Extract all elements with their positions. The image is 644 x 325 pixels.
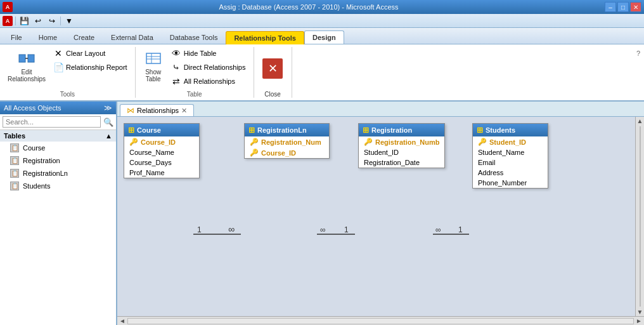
table-icon-students: 📋 bbox=[10, 182, 19, 190]
course-field-id: 🔑 Course_ID bbox=[124, 136, 199, 147]
search-input[interactable] bbox=[3, 116, 101, 128]
students-field-address-text: Address bbox=[478, 169, 503, 176]
table-content: ShowTable 👁 Hide Table ⤷ Direct Relation… bbox=[141, 47, 248, 90]
ribbon-group-tools: EditRelationships ✕ Clear Layout 📄 Relat… bbox=[0, 47, 136, 98]
svg-rect-3 bbox=[146, 53, 160, 63]
scroll-down-button[interactable]: ▼ bbox=[636, 308, 644, 316]
dropdown-qa-button[interactable]: ▼ bbox=[63, 15, 75, 27]
ribbon-group-table: ShowTable 👁 Hide Table ⤷ Direct Relation… bbox=[136, 47, 254, 98]
clear-layout-icon: ✕ bbox=[53, 48, 63, 58]
save-qa-button[interactable]: 💾 bbox=[18, 15, 30, 27]
help-area: ? bbox=[633, 47, 644, 98]
relationship-report-label: Relationship Report bbox=[66, 63, 127, 71]
reg-field-studentid: Student_ID bbox=[359, 147, 444, 157]
close-relationships-button[interactable]: ✕ bbox=[262, 58, 283, 79]
course-field-days-text: Course_Days bbox=[129, 159, 172, 166]
scroll-v-track[interactable] bbox=[640, 126, 641, 307]
redo-qa-button[interactable]: ↪ bbox=[46, 15, 58, 27]
all-relationships-button[interactable]: ⇄ All Relationships bbox=[169, 75, 248, 88]
tab-database-tools[interactable]: Database Tools bbox=[162, 30, 226, 44]
table-item-course[interactable]: 📋 Course bbox=[0, 142, 116, 154]
ribbon: EditRelationships ✕ Clear Layout 📄 Relat… bbox=[0, 44, 644, 102]
tables-collapse-icon: ▲ bbox=[105, 132, 112, 140]
tab-home[interactable]: Home bbox=[30, 30, 65, 44]
hide-table-button[interactable]: 👁 Hide Table bbox=[169, 47, 248, 60]
tools-group-label: Tools bbox=[60, 91, 75, 98]
help-button[interactable]: ? bbox=[636, 50, 640, 57]
relationship-report-icon: 📄 bbox=[53, 62, 63, 72]
table-item-registration[interactable]: 📋 Registration bbox=[0, 154, 116, 167]
tab-relationship-tools[interactable]: Relationship Tools bbox=[226, 31, 304, 44]
students-table-box: ⊞ Students 🔑 Student_ID Student_Name Ema… bbox=[472, 123, 548, 189]
clear-layout-button[interactable]: ✕ Clear Layout bbox=[51, 47, 130, 60]
show-table-button[interactable]: ShowTable bbox=[141, 47, 166, 84]
scroll-right-button[interactable]: ► bbox=[635, 317, 643, 325]
tab-external-data[interactable]: External Data bbox=[103, 30, 162, 44]
table-item-registrationln[interactable]: 📋 RegistrationLn bbox=[0, 167, 116, 180]
maximize-button[interactable]: □ bbox=[617, 2, 629, 12]
course-field-name: Course_Name bbox=[124, 147, 199, 157]
students-field-phone-text: Phone_Number bbox=[478, 179, 527, 187]
window-title: Assig : Database (Access 2007 - 2010) - … bbox=[13, 3, 605, 11]
relationships-tab-icon: ⋈ bbox=[127, 106, 134, 115]
relationships-tab-close[interactable]: ✕ bbox=[181, 107, 187, 115]
undo-qa-button[interactable]: ↩ bbox=[32, 15, 44, 27]
close-label: Close bbox=[264, 91, 281, 98]
hide-table-label: Hide Table bbox=[184, 50, 217, 57]
students-field-name-text: Student_Name bbox=[478, 149, 524, 156]
direct-relationships-button[interactable]: ⤷ Direct Relationships bbox=[169, 61, 248, 74]
students-field-phone: Phone_Number bbox=[473, 178, 548, 188]
edit-relationships-label: EditRelationships bbox=[8, 69, 46, 83]
course-field-days: Course_Days bbox=[124, 157, 199, 168]
tables-section: Tables ▲ 📋 Course 📋 Registration 📋 Regis… bbox=[0, 130, 116, 192]
main-area: All Access Objects ≫ 🔍 Tables ▲ 📋 Course… bbox=[0, 102, 644, 325]
relationship-canvas[interactable]: 1 ∞ ∞ 1 ∞ 1 bbox=[117, 117, 635, 316]
students-table-icon: ⊞ bbox=[477, 126, 483, 135]
minimize-button[interactable]: – bbox=[605, 2, 616, 12]
registrationln-table-icon: ⊞ bbox=[248, 126, 255, 135]
regln-field-courseid-name: Course_ID bbox=[261, 149, 296, 157]
regln-field-num: 🔑 Registration_Num bbox=[245, 136, 329, 147]
qa-separator-2 bbox=[60, 17, 61, 25]
table-group-label: Table bbox=[187, 91, 202, 98]
table-icon-registration: 📋 bbox=[10, 156, 19, 165]
scroll-up-button[interactable]: ▲ bbox=[636, 117, 644, 125]
reg-pk-icon: 🔑 bbox=[364, 138, 373, 146]
ribbon-spacer bbox=[292, 47, 633, 98]
svg-rect-0 bbox=[19, 55, 25, 62]
students-field-name: Student_Name bbox=[473, 147, 548, 157]
tab-design[interactable]: Design bbox=[304, 30, 344, 44]
search-icon[interactable]: 🔍 bbox=[103, 117, 113, 127]
course-pk-icon: 🔑 bbox=[129, 138, 138, 146]
scroll-h-track[interactable] bbox=[127, 318, 634, 324]
relationship-report-button[interactable]: 📄 Relationship Report bbox=[51, 61, 130, 74]
svg-text:∞: ∞ bbox=[320, 225, 326, 234]
course-field-prof-text: Prof_Name bbox=[129, 169, 165, 176]
reg-field-date: Registration_Date bbox=[359, 157, 444, 168]
relationships-tab[interactable]: ⋈ Relationships ✕ bbox=[120, 104, 194, 116]
table-name-students: Students bbox=[23, 182, 50, 190]
horizontal-scrollbar[interactable]: ◄ ► bbox=[117, 316, 644, 325]
registration-table-box: ⊞ Registration 🔑 Registration_Numb Stude… bbox=[358, 123, 445, 168]
all-relationships-label: All Relationships bbox=[184, 77, 235, 85]
vertical-scrollbar[interactable]: ▲ ▼ bbox=[635, 117, 644, 316]
edit-relationships-icon bbox=[16, 48, 37, 69]
scroll-left-button[interactable]: ◄ bbox=[119, 317, 126, 325]
tab-file[interactable]: File bbox=[3, 30, 30, 44]
table-icon-registrationln: 📋 bbox=[10, 169, 19, 178]
panel-options-button[interactable]: ≫ bbox=[104, 103, 112, 112]
tab-create[interactable]: Create bbox=[65, 30, 103, 44]
reg-field-num-name: Registration_Numb bbox=[375, 138, 439, 146]
tools-content: EditRelationships ✕ Clear Layout 📄 Relat… bbox=[5, 47, 130, 90]
relationships-tab-label: Relationships bbox=[137, 107, 179, 114]
table-item-students[interactable]: 📋 Students bbox=[0, 180, 116, 192]
tables-header[interactable]: Tables ▲ bbox=[0, 130, 116, 142]
left-panel: All Access Objects ≫ 🔍 Tables ▲ 📋 Course… bbox=[0, 102, 117, 325]
canvas-wrapper: 1 ∞ ∞ 1 ∞ 1 bbox=[117, 117, 644, 325]
title-bar-left: A bbox=[3, 2, 13, 12]
edit-relationships-button[interactable]: EditRelationships bbox=[5, 47, 48, 84]
close-button[interactable]: ✕ bbox=[630, 2, 641, 12]
search-box: 🔍 bbox=[0, 114, 116, 130]
course-field-prof: Prof_Name bbox=[124, 168, 199, 178]
students-pk-icon: 🔑 bbox=[478, 138, 487, 146]
